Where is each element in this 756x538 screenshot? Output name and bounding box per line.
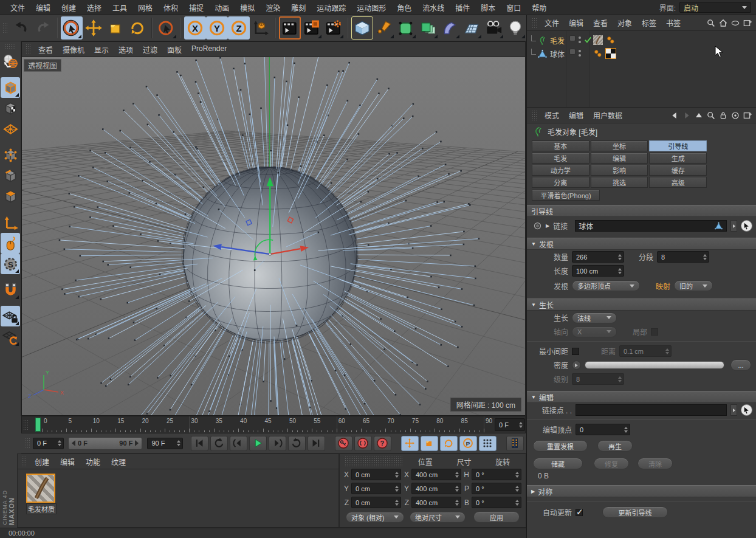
axis-y-button[interactable]: Y [206, 16, 228, 40]
live-selection-button[interactable] [61, 16, 83, 40]
orange-dots-icon[interactable] [606, 35, 616, 45]
tab-坐标[interactable]: 坐标 [591, 140, 648, 151]
main-menu-item-0[interactable]: 文件 [5, 0, 30, 15]
coord-mode-dropdown[interactable]: 对象 (相对) [346, 512, 404, 523]
snap-enable-button[interactable]: S [1, 253, 20, 274]
scale-button[interactable] [105, 16, 126, 40]
transport-grip[interactable] [25, 438, 30, 449]
view-label[interactable]: 透视视图 [24, 59, 61, 72]
workplane-mode-button[interactable] [1, 119, 20, 139]
enabled-check-icon[interactable] [583, 35, 593, 44]
range-left-arrow-icon[interactable] [72, 440, 75, 446]
home-icon[interactable] [718, 18, 728, 28]
main-menu-item-4[interactable]: 工具 [107, 0, 132, 15]
play-reverse-button[interactable] [210, 436, 228, 451]
material-menu-item-1[interactable]: 编辑 [55, 454, 80, 469]
growth-dropdown[interactable]: 法线 [572, 312, 617, 323]
main-menu-item-13[interactable]: 运动图形 [351, 0, 391, 15]
edges-mode-button[interactable] [1, 165, 20, 186]
material-menu-item-0[interactable]: 创建 [29, 454, 55, 469]
record-key-button[interactable] [335, 436, 352, 451]
tab-毛发[interactable]: 毛发 [532, 153, 589, 164]
current-frame-field[interactable]: 0 F [495, 418, 525, 431]
points-mode-button[interactable] [1, 145, 20, 165]
size-field-1[interactable]: 400 cm [411, 483, 461, 494]
object-manager-menu-item-2[interactable]: 查看 [588, 16, 613, 30]
density-expand-button[interactable] [572, 360, 581, 370]
length-field[interactable]: 100 cm [572, 265, 624, 277]
update-guides-button[interactable]: 更新引导线 [602, 506, 668, 518]
viewport-menu-item-2[interactable]: 显示 [89, 43, 114, 57]
guide-count-field[interactable]: 266 [572, 251, 624, 263]
main-menu-item-18[interactable]: 窗口 [501, 0, 526, 15]
tab-动力学[interactable]: 动力学 [532, 165, 589, 176]
link-flyout-button[interactable] [730, 220, 737, 232]
key-parameter-button[interactable]: P [459, 436, 477, 451]
main-menu-item-6[interactable]: 体积 [158, 0, 184, 15]
group-edit[interactable]: ▼编辑 [527, 391, 756, 403]
material-menu-item-2[interactable]: 功能 [80, 454, 106, 469]
coord-system-button[interactable] [250, 16, 272, 40]
deformer-button[interactable] [439, 16, 461, 40]
group-growth[interactable]: ▼生长 [527, 298, 756, 311]
timeline-grip[interactable] [23, 419, 29, 430]
camera-button[interactable] [483, 16, 504, 40]
undo-button[interactable] [10, 16, 32, 40]
tweak-mode-button[interactable] [1, 233, 20, 253]
main-menu-item-11[interactable]: 雕刻 [286, 0, 311, 15]
min-spacing-checkbox[interactable] [572, 348, 579, 355]
position-field-2[interactable]: 0 cm [351, 497, 401, 508]
timeline-range-slider[interactable]: 0 F 90 F [68, 437, 142, 450]
tab-高级[interactable]: 高级 [649, 177, 707, 188]
play-button[interactable] [249, 436, 267, 451]
convert-object-button[interactable] [1, 51, 20, 72]
search-icon[interactable] [706, 18, 716, 28]
coordinates-grip[interactable] [345, 456, 404, 467]
render-picture-button[interactable] [301, 16, 323, 40]
texture-tag-icon[interactable] [606, 49, 616, 58]
size-mode-dropdown[interactable]: 绝对尺寸 [410, 512, 466, 523]
main-menu-item-16[interactable]: 插件 [450, 0, 475, 15]
magnet-snap-button[interactable] [1, 280, 20, 300]
key-rotation-button[interactable] [440, 436, 458, 451]
main-menu-item-14[interactable]: 角色 [391, 0, 417, 15]
viewport-canvas[interactable]: YXZ [22, 57, 525, 415]
layer-oval-icon[interactable] [730, 18, 740, 28]
density-gradient-bar[interactable] [585, 361, 724, 369]
viewport-menu-item-3[interactable]: 选项 [114, 43, 138, 57]
attribute-manager-grip[interactable] [532, 110, 537, 121]
record-help-button[interactable]: ? [374, 436, 391, 451]
link-object-field[interactable]: 球体 [575, 220, 727, 232]
layer-square[interactable] [569, 49, 576, 55]
mapping-dropdown[interactable]: 旧的 [674, 280, 713, 291]
model-mode-button[interactable] [1, 77, 20, 98]
reset-roots-button[interactable]: 重置发根 [533, 440, 588, 452]
main-menu-item-12[interactable]: 运动跟踪 [311, 0, 351, 15]
link-points-picker[interactable] [741, 404, 752, 416]
viewport-menu-item-6[interactable]: ProRender [187, 43, 232, 57]
object-manager-menu-item-5[interactable]: 书签 [661, 16, 686, 30]
rotation-field-1[interactable]: 0 ° [472, 483, 521, 494]
viewport-grip[interactable] [26, 44, 31, 55]
frame-back-button[interactable] [230, 436, 247, 451]
frame-forward-button[interactable] [269, 436, 286, 451]
viewport-menu-item-4[interactable]: 过滤 [138, 43, 162, 57]
key-position-button[interactable] [401, 436, 419, 451]
object-manager-menu-item-1[interactable]: 编辑 [564, 16, 588, 30]
key-pla-button[interactable] [479, 436, 497, 451]
object-manager-grip[interactable] [532, 18, 537, 29]
main-menu-item-8[interactable]: 动画 [209, 0, 235, 15]
frame-field[interactable]: 0 F [33, 438, 64, 449]
render-settings-button[interactable] [323, 16, 345, 40]
link-points-field[interactable] [576, 404, 727, 416]
link-points-flyout[interactable] [730, 404, 737, 416]
rotate-button[interactable] [126, 16, 148, 40]
main-menu-item-10[interactable]: 渲染 [260, 0, 286, 15]
material-thumbnail[interactable] [26, 474, 55, 503]
end-frame-field[interactable]: 90 F [147, 438, 183, 449]
attribute-menu-item-1[interactable]: 编辑 [564, 108, 588, 122]
tab-phong[interactable]: 平滑着色(Phong) [532, 190, 600, 201]
render-view-button[interactable] [279, 16, 301, 40]
tab-缓存[interactable]: 缓存 [649, 165, 707, 176]
rotate-workplane-button[interactable] [1, 326, 20, 347]
